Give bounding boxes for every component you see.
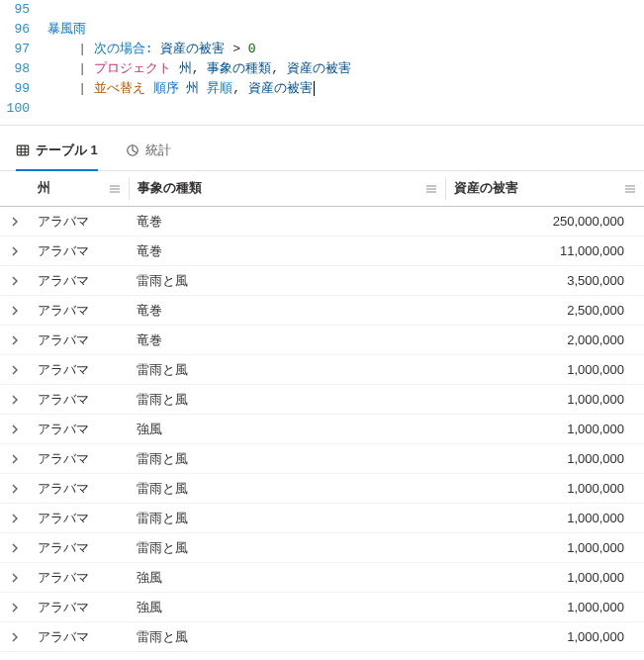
code-content[interactable]: | 次の場合: 資産の被害 > 0	[47, 40, 644, 59]
table-row[interactable]: アラバマ雷雨と風1,000,000	[0, 355, 644, 385]
cell-damage: 1,000,000	[446, 481, 644, 496]
expand-row-button[interactable]	[0, 454, 30, 464]
table-row[interactable]: アラバマ雷雨と風1,000,000	[0, 474, 644, 504]
code-line[interactable]: 97 | 次の場合: 資産の被害 > 0	[0, 40, 644, 59]
cell-event: 雷雨と風	[129, 539, 446, 557]
chevron-right-icon	[10, 603, 20, 613]
code-token: 0	[248, 42, 256, 56]
cell-damage: 250,000,000	[446, 214, 644, 229]
column-header-damage-label: 資産の被害	[454, 180, 518, 197]
cell-state: アラバマ	[30, 569, 129, 587]
chevron-right-icon	[10, 335, 20, 345]
code-token: 暴風雨	[47, 22, 86, 37]
table-row[interactable]: アラバマ強風1,000,000	[0, 593, 644, 622]
cell-damage: 3,500,000	[446, 273, 644, 288]
cell-state: アラバマ	[30, 331, 129, 349]
cell-state: アラバマ	[30, 242, 129, 260]
expand-row-button[interactable]	[0, 217, 30, 227]
column-menu-icon[interactable]	[109, 183, 121, 195]
chevron-right-icon	[10, 632, 20, 642]
code-token: 資産の被害	[160, 42, 225, 56]
code-token: ,	[192, 61, 208, 76]
table-row[interactable]: アラバマ雷雨と風1,000,000	[0, 444, 644, 474]
column-menu-icon[interactable]	[624, 183, 636, 195]
column-header-damage[interactable]: 資産の被害	[446, 171, 644, 206]
results-table: 州 事象の種類 資産の被害 アラバマ竜巻250,000,000アラバマ竜巻11,…	[0, 171, 644, 660]
table-row[interactable]: アラバマ竜巻2,000,000	[0, 326, 644, 355]
cell-event: 雷雨と風	[129, 480, 446, 498]
expand-row-button[interactable]	[0, 335, 30, 345]
chevron-right-icon	[10, 514, 20, 523]
cell-state: アラバマ	[30, 628, 129, 646]
code-line[interactable]: 99 | 並べ替え 順序 州 昇順, 資産の被害	[0, 79, 644, 99]
column-menu-icon[interactable]	[425, 183, 437, 195]
expand-row-button[interactable]	[0, 603, 30, 613]
expand-row-button[interactable]	[0, 246, 30, 256]
code-line[interactable]: 96暴風雨	[0, 20, 644, 40]
tab-table[interactable]: テーブル 1	[16, 141, 98, 171]
expand-row-button[interactable]	[0, 276, 30, 286]
tab-stats[interactable]: 統計	[126, 141, 171, 171]
cell-state: アラバマ	[30, 391, 129, 409]
code-line[interactable]: 98 | プロジェクト 州, 事象の種類, 資産の被害	[0, 59, 644, 79]
column-header-event[interactable]: 事象の種類	[130, 171, 445, 206]
code-line[interactable]: 95	[0, 0, 644, 20]
cell-damage: 1,000,000	[446, 600, 644, 614]
code-token: 州	[186, 81, 199, 96]
cell-damage: 1,000,000	[446, 392, 644, 407]
table-row[interactable]: アラバマ竜巻11,000,000	[0, 236, 644, 266]
table-row[interactable]: アラバマ強風1,000,000	[0, 563, 644, 593]
code-token: >	[225, 42, 247, 56]
code-token: |	[78, 61, 94, 76]
table-row[interactable]: アラバマ強風1,000,000	[0, 415, 644, 444]
column-header-event-label: 事象の種類	[138, 180, 202, 197]
expand-all-header	[0, 171, 30, 206]
line-number: 98	[0, 59, 47, 79]
code-token: |	[78, 42, 94, 56]
tab-stats-label: 統計	[145, 141, 171, 159]
table-row[interactable]: アラバマ雷雨と風1,000,000	[0, 533, 644, 563]
table-row[interactable]: アラバマ雷雨と風1,000,000	[0, 622, 644, 652]
column-header-state-label: 州	[38, 180, 50, 197]
chevron-right-icon	[10, 573, 20, 583]
cell-event: 強風	[129, 599, 446, 616]
table-row[interactable]: アラバマ雷雨と風1,000,000	[0, 652, 644, 660]
cell-state: アラバマ	[30, 450, 129, 468]
table-icon	[16, 143, 30, 157]
code-token: 次の場合:	[94, 42, 153, 56]
expand-row-button[interactable]	[0, 543, 30, 553]
code-content[interactable]: | 並べ替え 順序 州 昇順, 資産の被害	[47, 79, 644, 99]
expand-row-button[interactable]	[0, 395, 30, 405]
cell-state: アラバマ	[30, 302, 129, 320]
table-body: アラバマ竜巻250,000,000アラバマ竜巻11,000,000アラバマ雷雨と…	[0, 207, 644, 660]
table-row[interactable]: アラバマ竜巻2,500,000	[0, 296, 644, 326]
code-line[interactable]: 100	[0, 99, 644, 119]
code-token: 順序	[153, 81, 179, 96]
expand-row-button[interactable]	[0, 424, 30, 434]
tab-table-label: テーブル 1	[36, 141, 98, 159]
table-row[interactable]: アラバマ雷雨と風1,000,000	[0, 504, 644, 533]
cell-event: 強風	[129, 569, 446, 587]
expand-row-button[interactable]	[0, 632, 30, 642]
table-row[interactable]: アラバマ雷雨と風1,000,000	[0, 385, 644, 415]
chevron-right-icon	[10, 306, 20, 316]
expand-row-button[interactable]	[0, 514, 30, 523]
query-editor[interactable]: 9596暴風雨97 | 次の場合: 資産の被害 > 098 | プロジェクト 州…	[0, 0, 644, 126]
expand-row-button[interactable]	[0, 306, 30, 316]
chevron-right-icon	[10, 424, 20, 434]
expand-row-button[interactable]	[0, 484, 30, 494]
code-token: 並べ替え	[94, 81, 145, 96]
cell-state: アラバマ	[30, 510, 129, 527]
expand-row-button[interactable]	[0, 573, 30, 583]
code-content[interactable]: 暴風雨	[47, 20, 644, 40]
cell-damage: 1,000,000	[446, 540, 644, 555]
stats-icon	[126, 143, 139, 157]
expand-row-button[interactable]	[0, 365, 30, 375]
table-row[interactable]: アラバマ雷雨と風3,500,000	[0, 266, 644, 296]
svg-rect-0	[17, 145, 28, 155]
chevron-right-icon	[10, 454, 20, 464]
cell-state: アラバマ	[30, 539, 129, 557]
column-header-state[interactable]: 州	[30, 171, 129, 206]
table-row[interactable]: アラバマ竜巻250,000,000	[0, 207, 644, 236]
code-content[interactable]: | プロジェクト 州, 事象の種類, 資産の被害	[47, 59, 644, 79]
